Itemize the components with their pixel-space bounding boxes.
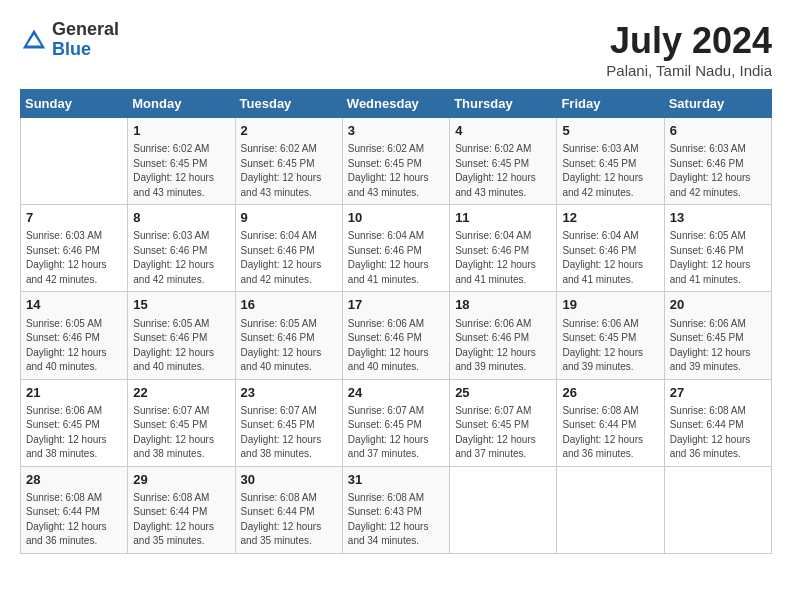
- location: Palani, Tamil Nadu, India: [606, 62, 772, 79]
- day-number: 22: [133, 384, 229, 402]
- calendar-cell: 28Sunrise: 6:08 AM Sunset: 6:44 PM Dayli…: [21, 466, 128, 553]
- day-number: 17: [348, 296, 444, 314]
- month-title: July 2024: [606, 20, 772, 62]
- day-info: Sunrise: 6:05 AM Sunset: 6:46 PM Dayligh…: [26, 317, 122, 375]
- calendar-cell: 27Sunrise: 6:08 AM Sunset: 6:44 PM Dayli…: [664, 379, 771, 466]
- calendar-cell: 17Sunrise: 6:06 AM Sunset: 6:46 PM Dayli…: [342, 292, 449, 379]
- day-number: 7: [26, 209, 122, 227]
- calendar-cell: 5Sunrise: 6:03 AM Sunset: 6:45 PM Daylig…: [557, 118, 664, 205]
- day-number: 5: [562, 122, 658, 140]
- day-number: 26: [562, 384, 658, 402]
- calendar-cell: [450, 466, 557, 553]
- calendar-cell: 25Sunrise: 6:07 AM Sunset: 6:45 PM Dayli…: [450, 379, 557, 466]
- day-number: 3: [348, 122, 444, 140]
- calendar-cell: [664, 466, 771, 553]
- day-info: Sunrise: 6:02 AM Sunset: 6:45 PM Dayligh…: [348, 142, 444, 200]
- calendar-cell: 23Sunrise: 6:07 AM Sunset: 6:45 PM Dayli…: [235, 379, 342, 466]
- weekday-header-wednesday: Wednesday: [342, 90, 449, 118]
- day-number: 13: [670, 209, 766, 227]
- day-number: 29: [133, 471, 229, 489]
- day-number: 18: [455, 296, 551, 314]
- calendar-table: SundayMondayTuesdayWednesdayThursdayFrid…: [20, 89, 772, 554]
- day-number: 19: [562, 296, 658, 314]
- day-info: Sunrise: 6:06 AM Sunset: 6:45 PM Dayligh…: [26, 404, 122, 462]
- day-info: Sunrise: 6:02 AM Sunset: 6:45 PM Dayligh…: [133, 142, 229, 200]
- day-info: Sunrise: 6:08 AM Sunset: 6:43 PM Dayligh…: [348, 491, 444, 549]
- calendar-cell: 11Sunrise: 6:04 AM Sunset: 6:46 PM Dayli…: [450, 205, 557, 292]
- day-info: Sunrise: 6:06 AM Sunset: 6:46 PM Dayligh…: [455, 317, 551, 375]
- page-header: General Blue July 2024 Palani, Tamil Nad…: [20, 20, 772, 79]
- day-info: Sunrise: 6:07 AM Sunset: 6:45 PM Dayligh…: [348, 404, 444, 462]
- day-info: Sunrise: 6:04 AM Sunset: 6:46 PM Dayligh…: [241, 229, 337, 287]
- day-info: Sunrise: 6:08 AM Sunset: 6:44 PM Dayligh…: [241, 491, 337, 549]
- day-number: 9: [241, 209, 337, 227]
- calendar-cell: 15Sunrise: 6:05 AM Sunset: 6:46 PM Dayli…: [128, 292, 235, 379]
- calendar-cell: 31Sunrise: 6:08 AM Sunset: 6:43 PM Dayli…: [342, 466, 449, 553]
- day-number: 16: [241, 296, 337, 314]
- day-info: Sunrise: 6:08 AM Sunset: 6:44 PM Dayligh…: [26, 491, 122, 549]
- day-number: 27: [670, 384, 766, 402]
- day-info: Sunrise: 6:08 AM Sunset: 6:44 PM Dayligh…: [562, 404, 658, 462]
- day-info: Sunrise: 6:04 AM Sunset: 6:46 PM Dayligh…: [455, 229, 551, 287]
- day-number: 14: [26, 296, 122, 314]
- calendar-cell: 20Sunrise: 6:06 AM Sunset: 6:45 PM Dayli…: [664, 292, 771, 379]
- calendar-cell: 2Sunrise: 6:02 AM Sunset: 6:45 PM Daylig…: [235, 118, 342, 205]
- day-number: 15: [133, 296, 229, 314]
- day-info: Sunrise: 6:04 AM Sunset: 6:46 PM Dayligh…: [562, 229, 658, 287]
- calendar-cell: 3Sunrise: 6:02 AM Sunset: 6:45 PM Daylig…: [342, 118, 449, 205]
- calendar-cell: 30Sunrise: 6:08 AM Sunset: 6:44 PM Dayli…: [235, 466, 342, 553]
- calendar-cell: 9Sunrise: 6:04 AM Sunset: 6:46 PM Daylig…: [235, 205, 342, 292]
- logo-general: General: [52, 19, 119, 39]
- day-info: Sunrise: 6:06 AM Sunset: 6:46 PM Dayligh…: [348, 317, 444, 375]
- day-number: 11: [455, 209, 551, 227]
- weekday-header-friday: Friday: [557, 90, 664, 118]
- day-info: Sunrise: 6:08 AM Sunset: 6:44 PM Dayligh…: [670, 404, 766, 462]
- day-number: 12: [562, 209, 658, 227]
- day-number: 23: [241, 384, 337, 402]
- day-number: 28: [26, 471, 122, 489]
- day-info: Sunrise: 6:03 AM Sunset: 6:46 PM Dayligh…: [26, 229, 122, 287]
- day-number: 30: [241, 471, 337, 489]
- logo-blue: Blue: [52, 39, 91, 59]
- calendar-cell: 7Sunrise: 6:03 AM Sunset: 6:46 PM Daylig…: [21, 205, 128, 292]
- day-number: 31: [348, 471, 444, 489]
- day-info: Sunrise: 6:07 AM Sunset: 6:45 PM Dayligh…: [133, 404, 229, 462]
- weekday-header-tuesday: Tuesday: [235, 90, 342, 118]
- day-info: Sunrise: 6:03 AM Sunset: 6:46 PM Dayligh…: [670, 142, 766, 200]
- weekday-header-saturday: Saturday: [664, 90, 771, 118]
- calendar-cell: [557, 466, 664, 553]
- day-number: 20: [670, 296, 766, 314]
- day-info: Sunrise: 6:02 AM Sunset: 6:45 PM Dayligh…: [241, 142, 337, 200]
- calendar-cell: 29Sunrise: 6:08 AM Sunset: 6:44 PM Dayli…: [128, 466, 235, 553]
- calendar-cell: 16Sunrise: 6:05 AM Sunset: 6:46 PM Dayli…: [235, 292, 342, 379]
- calendar-cell: 6Sunrise: 6:03 AM Sunset: 6:46 PM Daylig…: [664, 118, 771, 205]
- day-info: Sunrise: 6:04 AM Sunset: 6:46 PM Dayligh…: [348, 229, 444, 287]
- weekday-header-sunday: Sunday: [21, 90, 128, 118]
- day-number: 6: [670, 122, 766, 140]
- day-info: Sunrise: 6:03 AM Sunset: 6:45 PM Dayligh…: [562, 142, 658, 200]
- calendar-cell: 8Sunrise: 6:03 AM Sunset: 6:46 PM Daylig…: [128, 205, 235, 292]
- day-number: 2: [241, 122, 337, 140]
- day-info: Sunrise: 6:05 AM Sunset: 6:46 PM Dayligh…: [133, 317, 229, 375]
- day-number: 8: [133, 209, 229, 227]
- logo: General Blue: [20, 20, 119, 60]
- day-number: 24: [348, 384, 444, 402]
- day-info: Sunrise: 6:07 AM Sunset: 6:45 PM Dayligh…: [455, 404, 551, 462]
- day-info: Sunrise: 6:08 AM Sunset: 6:44 PM Dayligh…: [133, 491, 229, 549]
- day-number: 10: [348, 209, 444, 227]
- day-info: Sunrise: 6:07 AM Sunset: 6:45 PM Dayligh…: [241, 404, 337, 462]
- calendar-cell: 21Sunrise: 6:06 AM Sunset: 6:45 PM Dayli…: [21, 379, 128, 466]
- calendar-cell: 24Sunrise: 6:07 AM Sunset: 6:45 PM Dayli…: [342, 379, 449, 466]
- weekday-header-thursday: Thursday: [450, 90, 557, 118]
- day-info: Sunrise: 6:02 AM Sunset: 6:45 PM Dayligh…: [455, 142, 551, 200]
- weekday-header-monday: Monday: [128, 90, 235, 118]
- calendar-cell: 18Sunrise: 6:06 AM Sunset: 6:46 PM Dayli…: [450, 292, 557, 379]
- calendar-cell: [21, 118, 128, 205]
- day-number: 25: [455, 384, 551, 402]
- day-info: Sunrise: 6:06 AM Sunset: 6:45 PM Dayligh…: [562, 317, 658, 375]
- calendar-cell: 19Sunrise: 6:06 AM Sunset: 6:45 PM Dayli…: [557, 292, 664, 379]
- calendar-cell: 22Sunrise: 6:07 AM Sunset: 6:45 PM Dayli…: [128, 379, 235, 466]
- day-info: Sunrise: 6:05 AM Sunset: 6:46 PM Dayligh…: [241, 317, 337, 375]
- day-info: Sunrise: 6:06 AM Sunset: 6:45 PM Dayligh…: [670, 317, 766, 375]
- day-info: Sunrise: 6:05 AM Sunset: 6:46 PM Dayligh…: [670, 229, 766, 287]
